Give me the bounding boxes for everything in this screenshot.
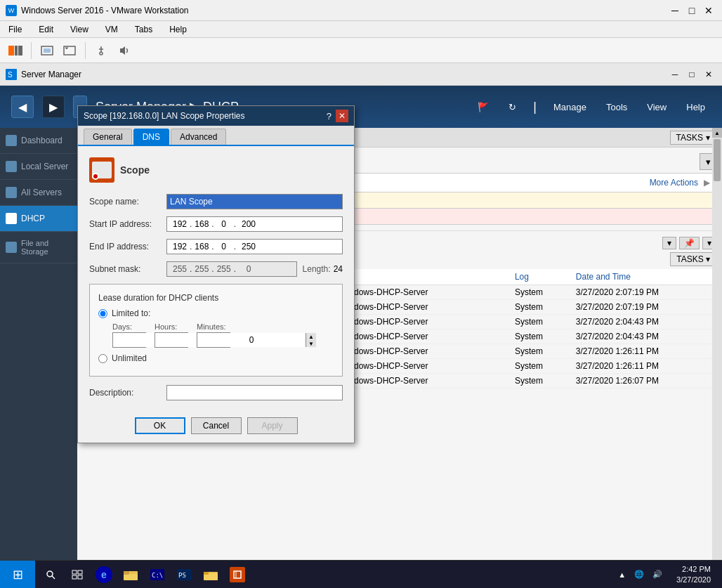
taskbar-clock[interactable]: 2:42 PM 3/27/2020 — [671, 564, 716, 584]
sidebar-item-local[interactable]: Local Server — [0, 154, 77, 180]
cell-datetime: 3/27/2020 1:26:11 PM — [570, 344, 716, 359]
cell-log: System — [509, 359, 570, 374]
sm-sidebar: Dashboard Local Server All Servers DHCP … — [0, 128, 77, 588]
snapshot-button[interactable] — [37, 41, 57, 60]
days-spinner[interactable]: ▲ ▼ — [112, 332, 146, 348]
task-view-item[interactable] — [65, 562, 90, 587]
tasks-button-bottom[interactable]: TASKS ▾ — [670, 252, 716, 266]
sm-maximize[interactable]: □ — [684, 67, 700, 82]
sm-manage-button[interactable]: Manage — [548, 99, 592, 115]
end-ip-3[interactable] — [214, 242, 234, 251]
dialog-close-button[interactable]: ✕ — [336, 110, 348, 122]
minimize-button[interactable]: ─ — [667, 3, 683, 18]
power-button[interactable] — [6, 41, 25, 60]
col-log[interactable]: Log — [509, 269, 570, 285]
sidebar-item-all[interactable]: All Servers — [0, 180, 77, 206]
end-ip-field: . . . — [166, 239, 343, 254]
folder-taskbar-item[interactable] — [198, 562, 223, 587]
start-ip-2[interactable] — [192, 219, 211, 229]
ok-button[interactable]: OK — [135, 417, 185, 434]
cell-log: System — [509, 344, 570, 359]
sm-flag-button[interactable]: 🚩 — [472, 99, 494, 115]
sm-refresh-button[interactable]: ↻ — [503, 99, 522, 115]
scroll-up-btn[interactable]: ▲ — [712, 128, 722, 138]
tasks-button-top[interactable]: TASKS ▾ — [670, 131, 716, 145]
vmware-menubar: File Edit View VM Tabs Help — [0, 21, 722, 38]
days-group: Days: ▲ ▼ — [112, 322, 146, 348]
nav-back-button[interactable]: ◀ — [11, 96, 34, 118]
unlimited-label[interactable]: Unlimited — [112, 353, 147, 363]
usb-button[interactable] — [91, 41, 111, 60]
start-ip-4[interactable] — [236, 219, 261, 229]
filter-button[interactable]: ▾ — [662, 237, 676, 249]
end-ip-2[interactable] — [192, 242, 211, 251]
end-ip-4[interactable] — [236, 242, 261, 251]
start-ip-1[interactable] — [170, 219, 190, 229]
end-ip-1[interactable] — [170, 242, 190, 251]
limited-radio[interactable] — [98, 309, 107, 318]
start-ip-label: Start IP address: — [89, 219, 166, 229]
tray-volume[interactable]: 🔊 — [650, 568, 665, 580]
sm-view-button[interactable]: View — [641, 99, 672, 115]
dialog-help-button[interactable]: ? — [327, 111, 332, 122]
limited-label[interactable]: Limited to: — [112, 308, 150, 318]
menu-view[interactable]: View — [67, 23, 91, 36]
description-input[interactable] — [166, 385, 343, 400]
fullscreen-button[interactable] — [60, 41, 79, 60]
sm-close[interactable]: ✕ — [701, 67, 716, 82]
menu-file[interactable]: File — [6, 23, 25, 36]
subnet-3 — [214, 264, 234, 274]
sm-minimize[interactable]: ─ — [667, 67, 683, 82]
tab-advanced[interactable]: Advanced — [171, 129, 226, 145]
pin-button[interactable]: 📌 — [679, 237, 700, 249]
dialog-section-header: Scope — [89, 157, 343, 183]
minutes-group: Minutes: ▲ ▼ — [197, 322, 230, 348]
svg-rect-2 — [18, 46, 22, 55]
close-button[interactable]: ✕ — [701, 3, 716, 18]
ie-taskbar-item[interactable]: e — [91, 562, 117, 587]
menu-help[interactable]: Help — [166, 23, 190, 36]
tray-up-arrow[interactable]: ▲ — [615, 569, 629, 580]
svg-rect-26 — [234, 571, 241, 578]
minutes-up-btn[interactable]: ▲ — [306, 333, 316, 340]
subnet-mask-row: Subnet mask: . . . Length: 24 — [89, 261, 343, 277]
minutes-value[interactable] — [197, 333, 306, 347]
explorer-taskbar-item[interactable] — [118, 562, 143, 587]
svg-line-11 — [52, 576, 55, 579]
subnet-2 — [192, 264, 211, 274]
sidebar-item-file[interactable]: File and Storage — [0, 232, 77, 263]
cell-datetime: 3/27/2020 2:04:43 PM — [570, 329, 716, 344]
powershell-taskbar-item[interactable]: PS — [171, 562, 197, 587]
dhcp-icon — [6, 213, 17, 224]
nav-forward-button[interactable]: ▶ — [42, 96, 65, 118]
sidebar-item-dashboard[interactable]: Dashboard — [0, 128, 77, 154]
sm-tools-button[interactable]: Tools — [600, 99, 633, 115]
scope-section-title: Scope — [120, 164, 150, 176]
tab-dns[interactable]: DNS — [133, 129, 169, 145]
start-button[interactable]: ⊞ — [0, 561, 35, 589]
scrollbar-v[interactable]: ▲ ▼ — [712, 128, 722, 588]
scope-name-input[interactable] — [166, 194, 343, 209]
sidebar-item-dhcp[interactable]: DHCP — [0, 206, 77, 232]
scroll-thumb[interactable] — [714, 139, 721, 181]
hours-spinner[interactable]: ▲ ▼ — [155, 332, 188, 348]
dhcp-taskbar-item[interactable] — [225, 562, 250, 587]
menu-tabs[interactable]: Tabs — [132, 23, 155, 36]
volume-button[interactable] — [114, 41, 133, 60]
sm-help-button[interactable]: Help — [681, 99, 711, 115]
menu-edit[interactable]: Edit — [36, 23, 56, 36]
cancel-button[interactable]: Cancel — [191, 417, 242, 434]
search-taskbar-item[interactable] — [38, 562, 63, 587]
start-ip-3[interactable] — [214, 219, 234, 229]
show-desktop-btn[interactable] — [716, 561, 722, 589]
apply-button[interactable]: Apply — [247, 417, 298, 434]
minutes-spinner[interactable]: ▲ ▼ — [197, 332, 230, 348]
col-datetime[interactable]: Date and Time — [570, 269, 716, 285]
unlimited-radio[interactable] — [98, 354, 107, 363]
tray-network[interactable]: 🌐 — [631, 568, 647, 580]
cmd-taskbar-item[interactable]: C:\ — [145, 562, 170, 587]
maximize-button[interactable]: □ — [684, 3, 700, 18]
menu-vm[interactable]: VM — [103, 23, 121, 36]
tab-general[interactable]: General — [84, 129, 132, 145]
minutes-down-btn[interactable]: ▼ — [306, 340, 316, 347]
